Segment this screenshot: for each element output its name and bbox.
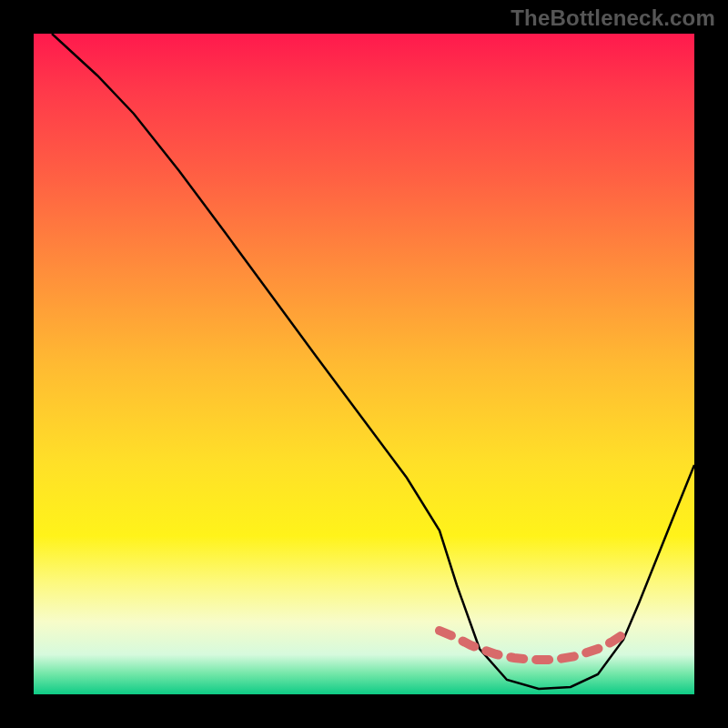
curve-path [52,34,694,689]
chart-svg [34,34,694,694]
watermark-text: TheBottleneck.com [511,5,715,31]
plot-area [34,34,694,694]
sweet-spot-path [440,631,623,660]
chart-container: TheBottleneck.com [0,0,728,728]
